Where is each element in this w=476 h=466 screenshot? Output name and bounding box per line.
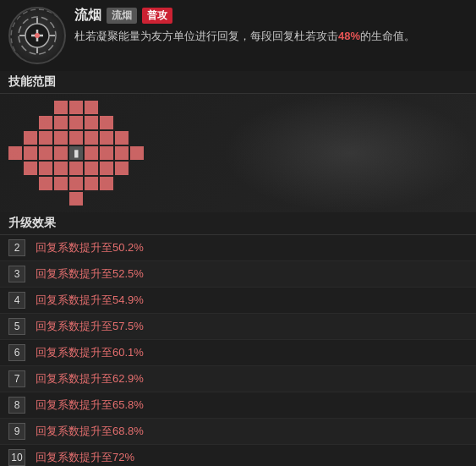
grid-cell xyxy=(8,116,22,129)
grid-cell xyxy=(85,192,98,206)
grid-cell xyxy=(54,162,68,175)
skill-description: 杜若凝聚能量为友方单位进行回复，每段回复杜若攻击48%的生命值。 xyxy=(74,28,468,45)
grid-cell xyxy=(54,116,68,129)
grid-cell xyxy=(54,131,68,145)
range-section: ▮ xyxy=(0,94,476,212)
upgrade-text: 回复系数提升至52.5% xyxy=(36,266,144,282)
grid-cell xyxy=(8,101,22,114)
player-figure: ▮ xyxy=(74,147,79,159)
grid-cell xyxy=(24,101,37,114)
skill-name: 流烟 xyxy=(74,7,101,25)
range-section-title: 技能范围 xyxy=(0,71,476,94)
grid-cell xyxy=(115,177,129,190)
skill-range-grid: ▮ xyxy=(8,101,468,206)
grid-cell xyxy=(100,116,113,129)
level-badge: 8 xyxy=(8,397,25,414)
grid-cell: ▮ xyxy=(69,146,83,160)
upgrade-text: 回复系数提升至68.8% xyxy=(36,424,144,439)
upgrade-row: 7回复系数提升至62.9% xyxy=(0,366,476,392)
upgrade-section-title: 升级效果 xyxy=(0,212,476,235)
skill-icon-inner xyxy=(12,10,63,61)
upgrade-section: 2回复系数提升至50.2%3回复系数提升至52.5%4回复系数提升至54.9%5… xyxy=(0,235,476,466)
upgrade-text: 回复系数提升至54.9% xyxy=(36,293,144,308)
grid-cell xyxy=(8,192,22,206)
upgrade-text: 回复系数提升至57.5% xyxy=(36,319,144,334)
grid-cell xyxy=(54,192,68,206)
grid-cell xyxy=(69,162,83,175)
grid-cell xyxy=(54,177,68,190)
grid-cell xyxy=(39,177,52,190)
grid-cell xyxy=(39,146,52,160)
grid-cell xyxy=(115,192,129,206)
svg-point-8 xyxy=(35,33,40,38)
grid-cell xyxy=(85,177,98,190)
grid-cell xyxy=(115,146,129,160)
grid-cell xyxy=(100,131,113,145)
grid-cell xyxy=(8,146,22,160)
level-badge: 7 xyxy=(8,370,25,387)
grid-cell xyxy=(69,101,83,114)
upgrade-row: 4回复系数提升至54.9% xyxy=(0,288,476,314)
grid-cell xyxy=(24,177,37,190)
grid-cell xyxy=(85,101,98,114)
grid-cell xyxy=(24,131,37,145)
grid-cell xyxy=(24,162,37,175)
level-badge: 3 xyxy=(8,266,25,282)
grid-cell xyxy=(115,116,129,129)
grid-cell xyxy=(130,101,144,114)
grid-cell xyxy=(130,192,144,206)
desc-post: 的生命值。 xyxy=(360,30,415,42)
level-badge: 9 xyxy=(8,423,25,440)
desc-highlight: 48% xyxy=(338,30,360,42)
grid-cell xyxy=(24,146,37,160)
level-badge: 5 xyxy=(8,318,25,335)
level-badge: 2 xyxy=(8,239,25,256)
grid-cell xyxy=(39,192,52,206)
grid-cell xyxy=(39,131,52,145)
upgrade-row: 5回复系数提升至57.5% xyxy=(0,314,476,340)
grid-cell xyxy=(130,131,144,145)
upgrade-text: 回复系数提升至60.1% xyxy=(36,345,144,360)
grid-cell xyxy=(54,101,68,114)
grid-cell xyxy=(85,131,98,145)
grid-cell xyxy=(100,192,113,206)
upgrade-text: 回复系数提升至62.9% xyxy=(36,371,144,387)
grid-cell xyxy=(54,146,68,160)
upgrade-row: 3回复系数提升至52.5% xyxy=(0,261,476,288)
level-badge: 10 xyxy=(8,449,25,466)
upgrade-text: 回复系数提升至50.2% xyxy=(36,240,144,255)
level-badge: 4 xyxy=(8,292,25,309)
grid-cell xyxy=(39,116,52,129)
grid-cell xyxy=(8,177,22,190)
grid-cell xyxy=(100,146,113,160)
grid-cell xyxy=(8,162,22,175)
grid-cell xyxy=(69,116,83,129)
upgrade-text: 回复系数提升至72% xyxy=(36,450,134,465)
upgrade-row: 9回复系数提升至68.8% xyxy=(0,419,476,445)
grid-cell xyxy=(100,162,113,175)
grid-cell xyxy=(130,162,144,175)
level-badge: 6 xyxy=(8,344,25,361)
grid-cell xyxy=(130,146,144,160)
tag-pugong: 普攻 xyxy=(142,8,172,24)
grid-cell xyxy=(69,131,83,145)
grid-cell xyxy=(130,177,144,190)
title-row: 流烟 流烟 普攻 xyxy=(74,7,468,25)
upgrade-row: 2回复系数提升至50.2% xyxy=(0,235,476,261)
grid-cell xyxy=(115,162,129,175)
grid-cell xyxy=(100,177,113,190)
grid-cell xyxy=(69,192,83,206)
grid-cell xyxy=(85,116,98,129)
skill-header: 流烟 流烟 普攻 杜若凝聚能量为友方单位进行回复，每段回复杜若攻击48%的生命值… xyxy=(0,0,476,71)
upgrade-row: 8回复系数提升至65.8% xyxy=(0,392,476,419)
grid-cell xyxy=(69,177,83,190)
skill-icon xyxy=(8,7,66,64)
grid-cell xyxy=(8,131,22,145)
tag-liuyuan: 流烟 xyxy=(107,8,137,24)
grid-cell xyxy=(130,116,144,129)
grid-cell xyxy=(39,101,52,114)
grid-cell xyxy=(115,101,129,114)
grid-cell xyxy=(115,131,129,145)
skill-symbol xyxy=(16,14,58,57)
desc-pre: 杜若凝聚能量为友方单位进行回复，每段回复杜若攻击 xyxy=(74,30,338,42)
